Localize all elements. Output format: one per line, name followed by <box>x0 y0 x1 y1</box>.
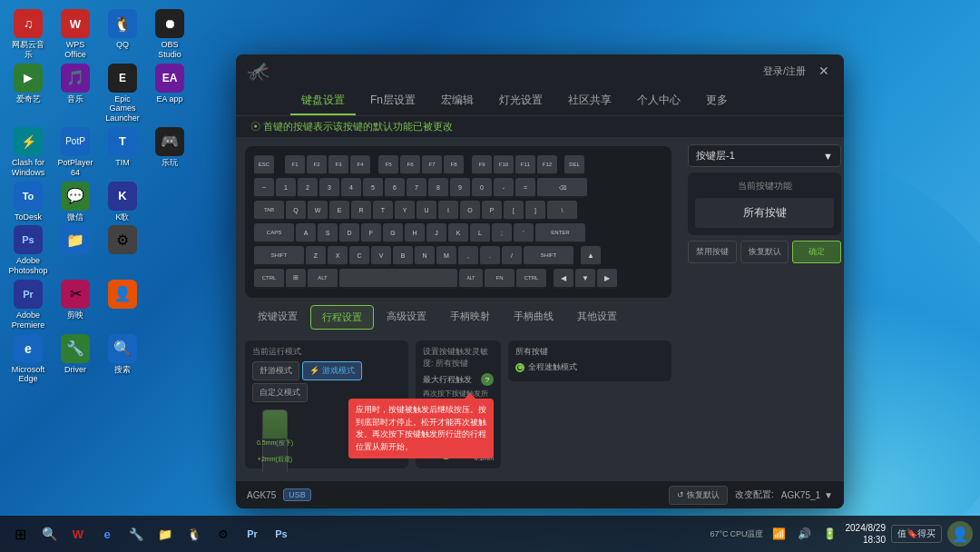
key-lalt[interactable]: ALT <box>308 269 338 289</box>
key-c[interactable]: C <box>349 246 369 266</box>
desktop-icon-ea[interactable]: EA EA app <box>149 64 191 123</box>
desktop-icon-wps[interactable]: W WPS Office <box>54 9 96 60</box>
disable-key-button[interactable]: 禁用按键 <box>688 241 737 263</box>
desktop-icon-settings[interactable]: ⚙ <box>102 225 143 276</box>
key-f7[interactable]: F7 <box>422 155 442 175</box>
key-backtick[interactable]: ~ <box>254 178 274 198</box>
key-w[interactable]: W <box>308 201 328 221</box>
key-f11[interactable]: F11 <box>515 155 535 175</box>
key-l[interactable]: L <box>470 223 490 243</box>
key-s[interactable]: S <box>318 223 338 243</box>
taskbar-sound-icon[interactable]: 🔊 <box>795 524 815 544</box>
desktop-icon-todesk[interactable]: To ToDesk <box>7 182 49 222</box>
desktop-icon-photoshop[interactable]: Ps Adobe Photoshop <box>7 225 49 276</box>
key-del[interactable]: DEL <box>564 155 584 175</box>
key-q[interactable]: Q <box>286 201 306 221</box>
desktop-icon-qq[interactable]: 🐧 QQ <box>102 9 143 60</box>
key-lctrl[interactable]: CTRL <box>254 269 284 289</box>
key-i[interactable]: I <box>438 201 458 221</box>
key-j[interactable]: J <box>426 223 446 243</box>
key-comma[interactable]: , <box>458 246 478 266</box>
taskbar-qq-button[interactable]: 🐧 <box>181 521 207 547</box>
desktop-icon-clash[interactable]: ⚡ Clash for Windows <box>7 127 49 178</box>
key-minus[interactable]: - <box>494 178 514 198</box>
key-period[interactable]: . <box>480 246 500 266</box>
desktop-icon-wechat[interactable]: 💬 微信 <box>54 182 96 222</box>
close-button[interactable]: ✕ <box>815 62 833 80</box>
key-h[interactable]: H <box>405 223 425 243</box>
sub-tab-advanced-settings[interactable]: 高级设置 <box>376 305 437 330</box>
desktop-icon-potplayer[interactable]: PotP PotPlayer 64 <box>54 127 96 178</box>
key-left[interactable]: ◀ <box>554 269 573 289</box>
taskbar-wps-button[interactable]: W <box>65 521 91 547</box>
nav-tab-fn[interactable]: Fn层设置 <box>359 87 426 115</box>
key-f2[interactable]: F2 <box>307 155 327 175</box>
login-link[interactable]: 登录/注册 <box>763 64 806 78</box>
key-slash[interactable]: / <box>502 246 522 266</box>
mode-btn-custom[interactable]: 自定义模式 <box>252 383 308 402</box>
key-f12[interactable]: F12 <box>537 155 557 175</box>
key-4[interactable]: 4 <box>341 178 361 198</box>
desktop-icon-jianying[interactable]: ✂ 剪映 <box>54 280 96 330</box>
taskbar-driver-button[interactable]: 🔧 <box>123 521 149 547</box>
taskbar-battery-icon[interactable]: 🔋 <box>820 524 840 544</box>
key-enter[interactable]: ENTER <box>535 223 585 243</box>
key-k[interactable]: K <box>448 223 468 243</box>
key-3[interactable]: 3 <box>319 178 339 198</box>
key-u[interactable]: U <box>416 201 436 221</box>
key-z[interactable]: Z <box>306 246 326 266</box>
confirm-action-button[interactable]: 确定 <box>792 241 841 263</box>
desktop-icon-premiere[interactable]: Pr Adobe Premiere <box>7 280 49 330</box>
key-lshift[interactable]: SHIFT <box>254 246 304 266</box>
taskbar-wifi-icon[interactable]: 📶 <box>769 524 789 544</box>
key-g[interactable]: G <box>383 223 403 243</box>
desktop-icon-tim[interactable]: T TIM <box>102 127 143 178</box>
taskbar-edge-button[interactable]: e <box>94 521 120 547</box>
key-fn[interactable]: FN <box>485 269 514 289</box>
key-up[interactable]: ▲ <box>581 246 601 266</box>
key-r[interactable]: R <box>351 201 371 221</box>
key-8[interactable]: 8 <box>428 178 448 198</box>
desktop-icon-folder[interactable]: 📁 <box>54 225 96 276</box>
taskbar-folder-button[interactable]: 📁 <box>152 521 178 547</box>
sub-tab-travel-settings[interactable]: 行程设置 <box>310 305 374 330</box>
desktop-icon-music2[interactable]: 🎵 音乐 <box>54 64 96 123</box>
key-m[interactable]: M <box>436 246 456 266</box>
mode-btn-normal[interactable]: 舒游模式 <box>252 361 299 380</box>
desktop-icon-obs[interactable]: ⏺ OBS Studio <box>149 9 191 60</box>
key-2[interactable]: 2 <box>298 178 318 198</box>
sub-tab-controller-curve[interactable]: 手柄曲线 <box>503 305 564 330</box>
key-n[interactable]: N <box>415 246 435 266</box>
layer-select[interactable]: 按键层-1 ▼ <box>688 144 841 167</box>
key-1[interactable]: 1 <box>276 178 296 198</box>
desktop-icon-karaoke[interactable]: K K歌 <box>102 182 143 222</box>
key-right[interactable]: ▶ <box>597 269 617 289</box>
sub-tab-other-settings[interactable]: 其他设置 <box>566 305 628 330</box>
nav-tab-community[interactable]: 社区共享 <box>557 87 622 115</box>
key-v[interactable]: V <box>371 246 391 266</box>
key-e[interactable]: E <box>329 201 349 221</box>
sub-tab-controller-map[interactable]: 手柄映射 <box>439 305 501 330</box>
taskbar-avatar[interactable]: 👤 <box>947 521 973 547</box>
desktop-icon-user[interactable]: 👤 <box>102 280 143 330</box>
key-d[interactable]: D <box>339 223 359 243</box>
key-backspace[interactable]: ⌫ <box>537 178 587 198</box>
key-f4[interactable]: F4 <box>350 155 370 175</box>
restore-config-button[interactable]: ↺ 恢复默认 <box>669 486 728 505</box>
key-p[interactable]: P <box>482 201 502 221</box>
key-backslash[interactable]: \ <box>547 201 577 221</box>
key-6[interactable]: 6 <box>385 178 405 198</box>
key-x[interactable]: X <box>328 246 348 266</box>
key-f10[interactable]: F10 <box>494 155 514 175</box>
taskbar-brand-label[interactable]: 值🔖得买 <box>891 525 942 543</box>
restore-default-button[interactable]: 恢复默认 <box>740 241 789 263</box>
key-f5[interactable]: F5 <box>378 155 398 175</box>
nav-tab-more[interactable]: 更多 <box>695 87 739 115</box>
key-9[interactable]: 9 <box>450 178 470 198</box>
key-esc[interactable]: ESC <box>254 155 274 175</box>
desktop-icon-iqiyi[interactable]: ▶ 爱奇艺 <box>7 64 49 123</box>
key-0[interactable]: 0 <box>472 178 492 198</box>
desktop-icon-edge[interactable]: e Microsoft Edge <box>7 334 49 385</box>
desktop-icon-driver[interactable]: 🔧 Driver <box>54 334 96 385</box>
key-plus[interactable]: = <box>515 178 535 198</box>
